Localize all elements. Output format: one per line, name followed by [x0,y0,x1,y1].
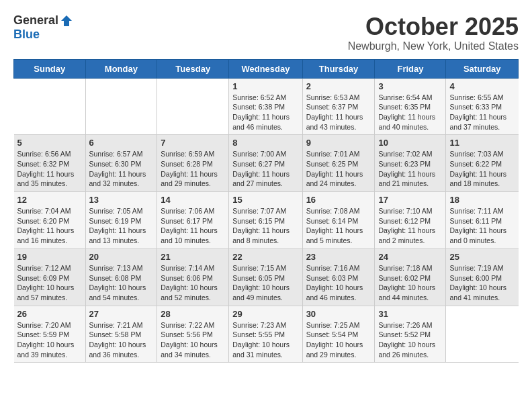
day-number: 14 [161,195,225,205]
day-info: Sunrise: 7:15 AM Sunset: 6:05 PM Dayligh… [232,263,298,303]
calendar-cell: 24Sunrise: 7:18 AM Sunset: 6:02 PM Dayli… [375,248,446,306]
calendar-week-row: 5Sunrise: 6:56 AM Sunset: 6:32 PM Daylig… [14,135,519,192]
calendar-cell: 13Sunrise: 7:05 AM Sunset: 6:19 PM Dayli… [85,192,157,249]
calendar-cell: 12Sunrise: 7:04 AM Sunset: 6:20 PM Dayli… [14,192,86,249]
logo-icon [60,14,73,28]
day-info: Sunrise: 7:02 AM Sunset: 6:23 PM Dayligh… [378,149,442,189]
day-info: Sunrise: 7:14 AM Sunset: 6:06 PM Dayligh… [161,263,225,303]
calendar-cell: 14Sunrise: 7:06 AM Sunset: 6:17 PM Dayli… [157,192,229,249]
logo-blue-text: Blue [13,28,40,42]
title-area: October 2025 Newburgh, New York, United … [348,13,519,52]
month-title: October 2025 [348,13,519,40]
day-number: 1 [232,81,298,91]
calendar-cell: 5Sunrise: 6:56 AM Sunset: 6:32 PM Daylig… [14,135,86,192]
calendar-cell: 15Sunrise: 7:07 AM Sunset: 6:15 PM Dayli… [229,192,302,249]
day-info: Sunrise: 7:06 AM Sunset: 6:17 PM Dayligh… [161,206,225,246]
calendar-cell: 23Sunrise: 7:16 AM Sunset: 6:03 PM Dayli… [302,248,375,306]
day-number: 7 [161,138,225,148]
day-info: Sunrise: 7:16 AM Sunset: 6:03 PM Dayligh… [306,263,371,303]
header-saturday: Saturday [446,59,519,78]
header-thursday: Thursday [302,59,375,78]
day-number: 29 [232,309,298,319]
day-number: 22 [232,252,298,262]
day-info: Sunrise: 7:13 AM Sunset: 6:08 PM Dayligh… [89,263,154,303]
calendar-cell: 21Sunrise: 7:14 AM Sunset: 6:06 PM Dayli… [157,248,229,306]
day-number: 26 [17,309,82,319]
day-info: Sunrise: 7:26 AM Sunset: 5:52 PM Dayligh… [378,320,442,360]
day-number: 4 [449,81,515,91]
calendar-cell: 29Sunrise: 7:23 AM Sunset: 5:55 PM Dayli… [229,306,302,363]
day-info: Sunrise: 7:00 AM Sunset: 6:27 PM Dayligh… [232,149,298,189]
day-info: Sunrise: 7:19 AM Sunset: 6:00 PM Dayligh… [449,263,515,303]
calendar-cell [85,78,157,135]
day-info: Sunrise: 7:10 AM Sunset: 6:12 PM Dayligh… [378,206,442,246]
calendar-cell [446,306,519,363]
calendar-week-row: 1Sunrise: 6:52 AM Sunset: 6:38 PM Daylig… [14,78,519,135]
day-info: Sunrise: 6:53 AM Sunset: 6:37 PM Dayligh… [306,93,371,132]
day-info: Sunrise: 7:01 AM Sunset: 6:25 PM Dayligh… [306,149,371,189]
day-number: 3 [378,81,442,91]
calendar-cell: 31Sunrise: 7:26 AM Sunset: 5:52 PM Dayli… [375,306,446,363]
day-number: 30 [306,309,371,319]
day-info: Sunrise: 7:12 AM Sunset: 6:09 PM Dayligh… [17,263,82,303]
location-text: Newburgh, New York, United States [348,40,519,52]
header-friday: Friday [375,59,446,78]
calendar-cell: 20Sunrise: 7:13 AM Sunset: 6:08 PM Dayli… [85,248,157,306]
day-number: 28 [161,309,225,319]
day-number: 13 [89,195,154,205]
calendar-cell: 2Sunrise: 6:53 AM Sunset: 6:37 PM Daylig… [302,78,375,135]
calendar-cell: 3Sunrise: 6:54 AM Sunset: 6:35 PM Daylig… [375,78,446,135]
day-number: 10 [378,138,442,148]
calendar-week-row: 12Sunrise: 7:04 AM Sunset: 6:20 PM Dayli… [14,192,519,249]
calendar-cell: 16Sunrise: 7:08 AM Sunset: 6:14 PM Dayli… [302,192,375,249]
day-info: Sunrise: 7:22 AM Sunset: 5:56 PM Dayligh… [161,320,225,360]
header-sunday: Sunday [14,59,86,78]
day-info: Sunrise: 7:21 AM Sunset: 5:58 PM Dayligh… [89,320,154,360]
day-number: 21 [161,252,225,262]
header-tuesday: Tuesday [157,59,229,78]
day-number: 31 [378,309,442,319]
calendar-cell: 27Sunrise: 7:21 AM Sunset: 5:58 PM Dayli… [85,306,157,363]
day-info: Sunrise: 6:56 AM Sunset: 6:32 PM Dayligh… [17,149,82,189]
calendar-cell [157,78,229,135]
day-info: Sunrise: 6:52 AM Sunset: 6:38 PM Dayligh… [232,93,298,132]
svg-marker-0 [61,15,72,26]
calendar-week-row: 26Sunrise: 7:20 AM Sunset: 5:59 PM Dayli… [14,306,519,363]
day-number: 8 [232,138,298,148]
logo-general-text: General [13,13,58,28]
day-number: 27 [89,309,154,319]
calendar-cell: 17Sunrise: 7:10 AM Sunset: 6:12 PM Dayli… [375,192,446,249]
day-number: 9 [306,138,371,148]
day-info: Sunrise: 7:11 AM Sunset: 6:11 PM Dayligh… [449,206,515,246]
day-number: 12 [17,195,82,205]
day-number: 16 [306,195,371,205]
day-number: 25 [449,252,515,262]
day-info: Sunrise: 7:08 AM Sunset: 6:14 PM Dayligh… [306,206,371,246]
day-info: Sunrise: 7:18 AM Sunset: 6:02 PM Dayligh… [378,263,442,303]
calendar-cell: 11Sunrise: 7:03 AM Sunset: 6:22 PM Dayli… [446,135,519,192]
calendar-cell: 4Sunrise: 6:55 AM Sunset: 6:33 PM Daylig… [446,78,519,135]
day-info: Sunrise: 6:59 AM Sunset: 6:28 PM Dayligh… [161,149,225,189]
calendar-cell: 18Sunrise: 7:11 AM Sunset: 6:11 PM Dayli… [446,192,519,249]
day-number: 2 [306,81,371,91]
day-info: Sunrise: 7:05 AM Sunset: 6:19 PM Dayligh… [89,206,154,246]
day-info: Sunrise: 7:25 AM Sunset: 5:54 PM Dayligh… [306,320,371,360]
calendar-cell: 25Sunrise: 7:19 AM Sunset: 6:00 PM Dayli… [446,248,519,306]
day-number: 18 [449,195,515,205]
calendar-cell: 1Sunrise: 6:52 AM Sunset: 6:38 PM Daylig… [229,78,302,135]
calendar-cell: 8Sunrise: 7:00 AM Sunset: 6:27 PM Daylig… [229,135,302,192]
day-info: Sunrise: 7:04 AM Sunset: 6:20 PM Dayligh… [17,206,82,246]
calendar-cell: 19Sunrise: 7:12 AM Sunset: 6:09 PM Dayli… [14,248,86,306]
day-number: 6 [89,138,154,148]
calendar-header-row: SundayMondayTuesdayWednesdayThursdayFrid… [14,59,519,78]
day-number: 19 [17,252,82,262]
day-number: 5 [17,138,82,148]
calendar-cell: 10Sunrise: 7:02 AM Sunset: 6:23 PM Dayli… [375,135,446,192]
calendar-cell: 7Sunrise: 6:59 AM Sunset: 6:28 PM Daylig… [157,135,229,192]
day-number: 23 [306,252,371,262]
day-info: Sunrise: 7:07 AM Sunset: 6:15 PM Dayligh… [232,206,298,246]
calendar-cell: 26Sunrise: 7:20 AM Sunset: 5:59 PM Dayli… [14,306,86,363]
logo: General Blue [13,13,73,42]
calendar-week-row: 19Sunrise: 7:12 AM Sunset: 6:09 PM Dayli… [14,248,519,306]
calendar-table: SundayMondayTuesdayWednesdayThursdayFrid… [13,59,519,363]
